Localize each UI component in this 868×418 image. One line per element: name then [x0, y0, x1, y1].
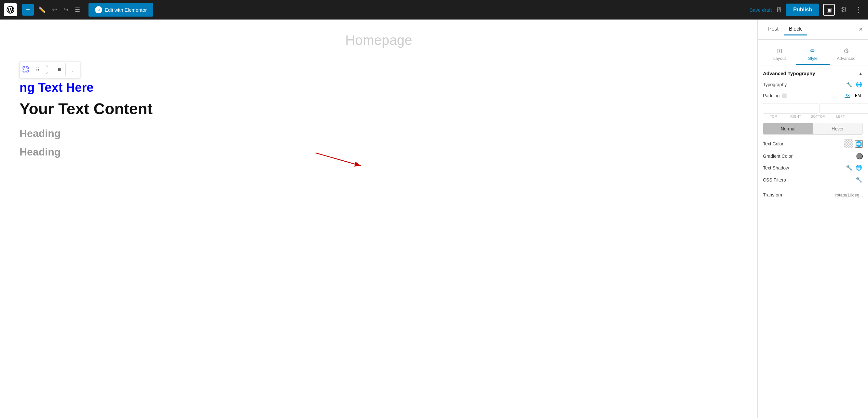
top-label: TOP: [763, 115, 784, 119]
panel-content: Advanced Typography ▲ Typography 🔧 🌐 Pad…: [758, 65, 868, 418]
block-toolbar-container: ⠿ ⌃⌄ ≡ ⋮: [20, 61, 738, 79]
px-em-toggle: PX EM: [843, 93, 863, 99]
tab-style[interactable]: ✏ Style: [796, 43, 829, 65]
text-color-globe-icon[interactable]: 🌐: [855, 140, 863, 148]
transform-row: Transform rotate(10deg...: [763, 192, 863, 197]
close-panel-button[interactable]: ×: [859, 26, 863, 33]
settings-toggle-button[interactable]: ▣: [823, 4, 835, 15]
publish-button[interactable]: Publish: [786, 4, 819, 16]
block-toolbar: ⠿ ⌃⌄ ≡ ⋮: [20, 61, 80, 78]
transform-label: Transform: [763, 192, 835, 197]
padding-label: Padding ⬜: [763, 93, 787, 98]
transform-value: rotate(10deg...: [835, 193, 863, 197]
typography-globe-icon[interactable]: 🌐: [855, 81, 863, 88]
align-center-icon[interactable]: ≡: [55, 65, 63, 74]
canvas: Homepage ⠿ ⌃⌄ ≡ ⋮: [0, 20, 757, 418]
typography-row: Typography 🔧 🌐: [763, 81, 863, 88]
right-panel: Post Block × ⊞ Layout ✏ Style ⚙ Advanced…: [757, 20, 868, 418]
block-more-options-icon[interactable]: ⋮: [68, 65, 78, 75]
css-filters-label: CSS Filters: [763, 177, 855, 183]
svg-rect-0: [24, 68, 27, 71]
undo-icon[interactable]: ↩: [50, 4, 59, 15]
advanced-icon: ⚙: [843, 47, 849, 55]
heading-gray-1-text: Heading: [20, 128, 738, 139]
add-block-button[interactable]: +: [22, 4, 34, 15]
left-label: LEFT: [830, 115, 851, 119]
view-icon[interactable]: 🖥: [776, 6, 782, 14]
top-bar-right: Save draft 🖥 Publish ▣ ⚙ ⋮: [750, 4, 864, 16]
padding-top-input[interactable]: [763, 103, 818, 114]
drag-handle-icon[interactable]: ⠿: [33, 65, 42, 75]
tab-layout[interactable]: ⊞ Layout: [763, 43, 796, 65]
top-bar: + ✏️ ↩ ↪ ☰ e Edit with Elementor Save dr…: [0, 0, 868, 20]
section-collapse-button[interactable]: ▲: [858, 71, 863, 76]
gradient-color-label: Gradient Color: [763, 154, 856, 159]
tab-block[interactable]: Block: [784, 24, 807, 35]
block-type-icon: [22, 66, 29, 73]
typography-label: Typography: [763, 82, 845, 87]
gradient-color-dot[interactable]: [856, 153, 863, 159]
tab-post[interactable]: Post: [763, 24, 784, 35]
layout-icon: ⊞: [777, 47, 782, 55]
tab-advanced[interactable]: ⚙ Advanced: [830, 43, 863, 65]
block-tabs: ⊞ Layout ✏ Style ⚙ Advanced: [758, 40, 868, 65]
text-color-label: Text Color: [763, 141, 844, 147]
px-button[interactable]: PX: [843, 93, 852, 99]
page-title: Homepage: [20, 33, 738, 48]
wp-logo: [4, 3, 17, 16]
heading-blue-text: ng Text Here: [20, 81, 738, 95]
style-icon: ✏: [810, 47, 816, 55]
user-icon[interactable]: ⚙: [839, 4, 849, 16]
elementor-icon: e: [95, 6, 102, 13]
gradient-color-row: Gradient Color: [763, 153, 863, 159]
pencil-icon[interactable]: ✏️: [36, 4, 48, 15]
padding-right-input[interactable]: [819, 103, 868, 114]
heading-gray-2-text: Heading: [20, 146, 738, 158]
advanced-typography-section: Advanced Typography ▲: [763, 71, 863, 76]
divider: [763, 188, 863, 188]
css-filters-row: CSS Filters 🔧: [763, 176, 863, 184]
text-color-row: Text Color 🌐: [763, 139, 863, 148]
right-label: RIGHT: [785, 115, 807, 119]
list-view-icon[interactable]: ☰: [73, 4, 82, 15]
css-filters-icons: 🔧: [855, 176, 863, 184]
typography-icons: 🔧 🌐: [845, 81, 863, 88]
bottom-label: BOTTOM: [808, 115, 829, 119]
edit-with-elementor-button[interactable]: e Edit with Elementor: [89, 3, 153, 17]
hover-button[interactable]: Hover: [813, 123, 863, 134]
normal-button[interactable]: Normal: [763, 123, 813, 134]
em-button[interactable]: EM: [853, 93, 863, 99]
spacer: [852, 115, 863, 119]
padding-inputs-row: 🔗: [763, 103, 863, 114]
save-draft-button[interactable]: Save draft: [750, 7, 772, 13]
redo-icon[interactable]: ↪: [61, 4, 70, 15]
text-shadow-globe-icon[interactable]: 🌐: [855, 164, 863, 171]
main-layout: Homepage ⠿ ⌃⌄ ≡ ⋮: [0, 20, 868, 418]
heading-black-text: Your Text Content: [20, 100, 738, 118]
css-filters-edit-icon[interactable]: 🔧: [855, 176, 863, 184]
text-shadow-edit-icon[interactable]: 🔧: [845, 164, 853, 171]
section-title: Advanced Typography: [763, 71, 815, 76]
panel-header: Post Block ×: [758, 20, 868, 40]
text-color-swatch[interactable]: [844, 139, 853, 148]
block-type-group: [20, 65, 31, 74]
padding-device-icon: ⬜: [781, 93, 787, 98]
align-group: ≡: [53, 63, 66, 76]
more-options-group: ⋮: [66, 63, 80, 76]
text-shadow-row: Text Shadow 🔧 🌐: [763, 164, 863, 171]
padding-position-labels: TOP RIGHT BOTTOM LEFT: [763, 115, 863, 119]
drag-handle-group: ⠿ ⌃⌄: [31, 62, 53, 78]
move-up-down-icon[interactable]: ⌃⌄: [42, 63, 51, 76]
normal-hover-toggle: Normal Hover: [763, 123, 863, 135]
text-shadow-label: Text Shadow: [763, 165, 845, 170]
padding-label-row: Padding ⬜ PX EM: [763, 93, 863, 99]
typography-edit-icon[interactable]: 🔧: [845, 81, 853, 88]
text-shadow-icons: 🔧 🌐: [845, 164, 863, 171]
more-options-icon[interactable]: ⋮: [853, 4, 864, 16]
